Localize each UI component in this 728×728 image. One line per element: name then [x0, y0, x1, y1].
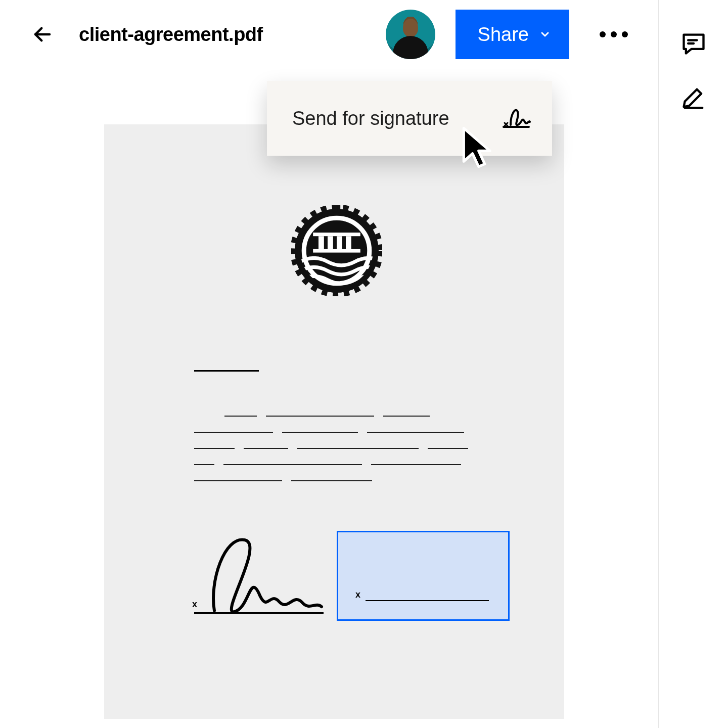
svg-rect-8: [318, 236, 324, 249]
signature-x-marker: x: [192, 599, 197, 610]
header-actions: Share: [386, 0, 638, 69]
signature-completed: x: [194, 531, 326, 617]
back-button[interactable]: [28, 20, 57, 49]
svg-rect-11: [346, 236, 351, 249]
chevron-down-icon: [539, 28, 551, 40]
signature-glyph-icon: [194, 531, 331, 617]
company-stamp-icon: [291, 205, 382, 296]
edit-icon: [680, 85, 707, 111]
document-preview: x x: [104, 124, 564, 719]
signature-area: x x: [194, 531, 548, 622]
share-button[interactable]: Share: [456, 10, 569, 59]
share-button-label: Share: [478, 24, 529, 46]
share-menu-item-send-for-signature[interactable]: Send for signature: [267, 81, 552, 156]
comment-icon: [680, 30, 707, 57]
avatar[interactable]: [386, 10, 435, 59]
comments-button[interactable]: [678, 28, 709, 59]
right-rail: [659, 0, 728, 728]
back-arrow-icon: [32, 24, 53, 45]
send-for-signature-label: Send for signature: [292, 108, 449, 129]
main-area: client-agreement.pdf Share: [0, 0, 658, 728]
more-icon: [611, 31, 617, 37]
signature-field-empty[interactable]: x: [337, 531, 510, 621]
doc-heading-placeholder: [194, 370, 259, 372]
header-bar: client-agreement.pdf Share: [0, 0, 658, 69]
signature-icon: [500, 105, 532, 132]
signature-x-marker: x: [355, 589, 360, 600]
doc-body-placeholder: [194, 416, 470, 496]
svg-rect-9: [328, 236, 333, 249]
svg-rect-6: [313, 233, 360, 236]
more-button[interactable]: [589, 21, 638, 48]
edit-button[interactable]: [678, 83, 709, 113]
signature-baseline: [366, 600, 489, 601]
more-icon: [622, 31, 628, 37]
signature-baseline: [194, 612, 324, 614]
svg-rect-7: [313, 249, 360, 252]
more-icon: [600, 31, 606, 37]
file-name: client-agreement.pdf: [79, 24, 263, 46]
svg-rect-10: [337, 236, 342, 249]
